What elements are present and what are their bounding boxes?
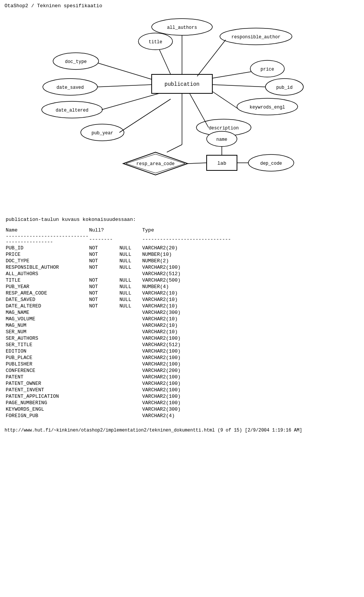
db-table: Name Null? Type ------------------------… [6,227,358,419]
row-not [89,271,119,277]
table-row: PATENT_OWNERVARCHAR2(100) [6,380,358,387]
row-field-name: FOREIGN_PUB [6,413,89,419]
row-null [119,348,142,354]
svg-line-28 [102,93,159,110]
row-field-name: RESPONSIBLE_AUTHOR [6,264,89,271]
row-field-name: ALL_AUTHORS [6,271,89,277]
row-field-name: CONFERENCE [6,367,89,374]
table-row: PUB_YEARNOTNULLNUMBER(4) [6,284,358,290]
row-field-name: PUB_YEAR [6,284,89,290]
table-row: PUBLISHERVARCHAR2(100) [6,361,358,367]
table-row: ALL_AUTHORSVARCHAR2(512) [6,271,358,277]
svg-text:resp_area_code: resp_area_code [136,161,175,167]
row-type: VARCHAR2(512) [142,342,358,348]
row-null: NULL [119,245,142,251]
diagram-area: publication all_authors responsible_auth… [0,12,364,213]
row-null [119,393,142,400]
table-row: MAG_NUMVARCHAR2(10) [6,322,358,329]
row-null [119,387,142,393]
row-null [119,335,142,342]
row-field-name: PUB_ID [6,245,89,251]
row-null: NULL [119,284,142,290]
row-field-name: RESP_AREA_CODE [6,290,89,296]
table-row: CONFERENCEVARCHAR2(200) [6,367,358,374]
row-type: VARCHAR2(4) [142,413,358,419]
row-null: NULL [119,303,142,309]
row-not: NOT [89,277,119,284]
row-not [89,367,119,374]
row-not [89,354,119,361]
row-null [119,342,142,348]
svg-line-39 [167,145,182,152]
col-null-header: Null? [89,227,142,233]
row-field-name: MAG_VOLUME [6,316,89,322]
row-null [119,316,142,322]
col-type-header: Type [142,227,358,233]
svg-text:title: title [149,39,162,45]
table-row: DATE_SAVEDNOTNULLVARCHAR2(10) [6,296,358,303]
sep2: -------- [89,233,119,245]
row-null: NULL [119,277,142,284]
row-not: NOT [89,251,119,258]
row-null [119,380,142,387]
table-row: DOC_TYPENOTNULLNUMBER(2) [6,258,358,264]
row-type: VARCHAR2(100) [142,264,358,271]
row-type: NUMBER(4) [142,284,358,290]
footer-url: http://www.hut.fi/~kinkinen/otashop2/imp… [5,428,302,433]
row-not [89,322,119,329]
svg-text:pub_year: pub_year [91,131,113,136]
svg-text:publication: publication [165,81,199,87]
row-field-name: SER_AUTHORS [6,335,89,342]
row-not [89,374,119,380]
row-null [119,271,142,277]
row-not [89,309,119,316]
section-title: publication-taulun kuvaus kokonaisuudess… [6,217,358,222]
table-row: DATE_ALTEREDNOTNULLVARCHAR2(10) [6,303,358,309]
svg-text:keywrods_engl: keywrods_engl [249,105,285,110]
svg-text:doc_type: doc_type [65,59,87,65]
row-not [89,387,119,393]
row-field-name: SER_NUM [6,329,89,335]
row-type: VARCHAR2(10) [142,303,358,309]
table-row: TITLENOTNULLVARCHAR2(500) [6,277,358,284]
table-section: publication-taulun kuvaus kokonaisuudess… [0,213,364,421]
row-field-name: MAG_NUM [6,322,89,329]
row-field-name: PAGE_NUMBERING [6,400,89,406]
row-not [89,348,119,354]
row-null [119,367,142,374]
svg-text:pub_id: pub_id [276,85,292,90]
table-row: PUB_IDNOTNULLVARCHAR2(20) [6,245,358,251]
svg-line-19 [212,85,265,87]
row-type: NUMBER(10) [142,251,358,258]
row-type: VARCHAR2(512) [142,271,358,277]
row-type: VARCHAR2(300) [142,309,358,316]
row-not: NOT [89,264,119,271]
row-type: VARCHAR2(10) [142,290,358,296]
row-type: VARCHAR2(10) [142,316,358,322]
row-null: NULL [119,296,142,303]
svg-line-34 [190,93,209,128]
sep1: ----------------------------------------… [6,233,89,245]
svg-line-16 [212,72,251,78]
table-row: SER_NUMVARCHAR2(10) [6,329,358,335]
row-type: VARCHAR2(200) [142,367,358,374]
row-null: NULL [119,258,142,264]
table-row: FOREIGN_PUBVARCHAR2(4) [6,413,358,419]
row-field-name: MAG_NAME [6,309,89,316]
row-not [89,406,119,413]
row-type: VARCHAR2(20) [142,245,358,251]
svg-text:name: name [217,137,228,142]
svg-line-10 [159,49,171,74]
row-field-name: PATENT_APPLICATION [6,393,89,400]
table-row: EDITIONVARCHAR2(100) [6,348,358,354]
row-not [89,329,119,335]
row-type: VARCHAR2(100) [142,374,358,380]
row-not [89,316,119,322]
row-type: VARCHAR2(100) [142,400,358,406]
row-null [119,400,142,406]
page-header: OtaShop2 / Tekninen spesifikaatio [0,0,364,12]
row-type: VARCHAR2(100) [142,380,358,387]
row-field-name: PATENT [6,374,89,380]
row-type: VARCHAR2(10) [142,322,358,329]
row-type: VARCHAR2(100) [142,354,358,361]
